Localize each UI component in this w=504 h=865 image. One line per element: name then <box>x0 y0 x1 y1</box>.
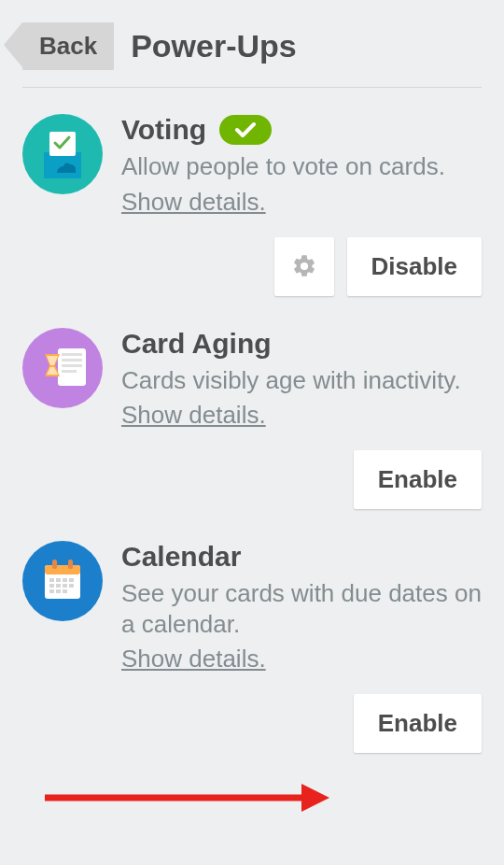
powerup-name: Voting <box>121 114 206 146</box>
svg-rect-11 <box>49 578 54 582</box>
svg-rect-21 <box>63 589 67 593</box>
powerup-description: Allow people to vote on cards. <box>121 151 482 182</box>
svg-rect-14 <box>69 578 74 582</box>
svg-rect-6 <box>62 370 77 373</box>
svg-rect-18 <box>69 584 74 588</box>
svg-rect-10 <box>68 560 73 569</box>
svg-rect-5 <box>62 364 82 367</box>
enable-button[interactable]: Enable <box>354 694 482 753</box>
svg-rect-4 <box>62 359 82 362</box>
show-details-link[interactable]: Show details. <box>121 401 266 430</box>
page-title: Power-Ups <box>131 28 297 64</box>
svg-rect-3 <box>62 353 82 356</box>
powerup-card-aging: Card Aging Cards visibly age with inacti… <box>22 302 482 431</box>
powerup-name: Calendar <box>121 541 482 573</box>
powerup-voting: Voting Allow people to vote on cards. Sh… <box>22 88 482 217</box>
voting-icon <box>22 114 103 194</box>
enabled-badge <box>219 115 272 145</box>
powerup-description: See your cards with due dates on a calen… <box>121 578 482 639</box>
back-button[interactable]: Back <box>22 22 114 70</box>
powerup-card-aging-actions: Enable <box>22 450 482 509</box>
svg-rect-0 <box>44 152 81 178</box>
calendar-icon <box>22 541 103 621</box>
powerup-name: Card Aging <box>121 328 482 360</box>
svg-rect-8 <box>45 565 80 574</box>
svg-rect-19 <box>49 589 54 593</box>
svg-marker-23 <box>301 784 329 812</box>
show-details-link[interactable]: Show details. <box>121 188 266 217</box>
gear-icon <box>291 253 317 279</box>
arrow-annotation-icon <box>45 779 329 816</box>
svg-rect-17 <box>63 584 67 588</box>
svg-rect-15 <box>49 584 54 588</box>
powerup-description: Cards visibly age with inactivity. <box>121 365 482 396</box>
settings-button[interactable] <box>274 237 334 296</box>
svg-rect-9 <box>52 560 57 569</box>
svg-rect-12 <box>56 578 61 582</box>
svg-rect-20 <box>56 589 61 593</box>
powerup-calendar-actions: Enable <box>22 694 482 753</box>
svg-rect-16 <box>56 584 61 588</box>
check-icon <box>234 121 257 139</box>
disable-button[interactable]: Disable <box>347 237 483 296</box>
powerup-voting-actions: Disable <box>22 237 482 296</box>
header-bar: Back Power-Ups <box>22 22 482 88</box>
powerup-calendar: Calendar See your cards with due dates o… <box>22 515 482 674</box>
enable-button[interactable]: Enable <box>354 450 482 509</box>
show-details-link[interactable]: Show details. <box>121 645 266 674</box>
card-aging-icon <box>22 328 103 408</box>
svg-rect-13 <box>63 578 67 582</box>
